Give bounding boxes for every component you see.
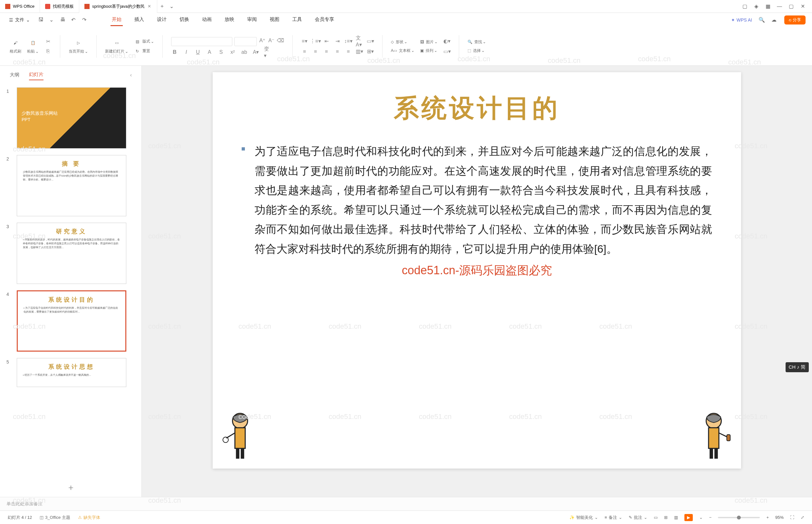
outline-icon[interactable]: ▭▾ — [443, 48, 450, 55]
normal-view-icon[interactable]: ▭ — [654, 515, 658, 520]
save-icon[interactable]: 🖫 — [38, 17, 45, 23]
slide-canvas[interactable]: 系统设计目的 为了适应电子信息时代和科技化时代的到来，并且应对今后可能越来越广泛… — [213, 72, 741, 469]
search-icon[interactable]: 🔍 — [759, 17, 765, 23]
thumbnail-list[interactable]: 1 少数民族音乐网站 PPT 2 摘 要 少数民族音乐网站的用途越来越广泛应用已… — [0, 84, 142, 478]
align-left-icon[interactable]: ≡ — [301, 48, 308, 55]
cloud-icon[interactable]: ☁ — [772, 17, 778, 23]
numbering-icon[interactable]: ⋮≡▾ — [312, 38, 319, 45]
clear-format-icon[interactable]: ⌫ — [277, 37, 284, 44]
decrease-indent-icon[interactable]: ⇤ — [323, 38, 330, 45]
bold-icon[interactable]: B — [171, 49, 178, 56]
beautify-button[interactable]: ✨ 智能美化 ⌄ — [569, 515, 598, 521]
tab-animation[interactable]: 动画 — [201, 14, 213, 26]
tab-transition[interactable]: 切换 — [178, 14, 190, 26]
tab-insert[interactable]: 插入 — [133, 14, 145, 26]
align-right-icon[interactable]: ≡ — [323, 48, 330, 55]
font-color-icon[interactable]: A▾ — [252, 49, 260, 56]
slide-body[interactable]: 为了适应电子信息时代和科技化时代的到来，并且应对今后可能越来越广泛的信息化的发展… — [238, 142, 715, 259]
theme-indicator[interactable]: ◫ 3_Office 主题 — [40, 515, 70, 521]
tab-design[interactable]: 设计 — [156, 14, 168, 26]
sorter-view-icon[interactable]: ⊞ — [664, 515, 668, 520]
app-icon[interactable]: ▢ — [742, 3, 748, 9]
layout-button[interactable]: ▤ 版式 ⌄ — [134, 38, 154, 45]
thumbnail-4[interactable]: 系统设计目的 • 为了适应电子信息时代和科技化时代的到来，并且应对今后可能越来越… — [17, 290, 126, 351]
share-button[interactable]: ⎋ 分享 — [784, 15, 806, 24]
thumbnail-3[interactable]: 研究意义 • 伴随着科技的进步，时代的发展，越来越多的电子设备也随之出现在人们的… — [17, 223, 126, 284]
save-dropdown-icon[interactable]: ⌄ — [49, 17, 56, 23]
shape-button[interactable]: ◇ 形状 ⌄ — [391, 39, 414, 45]
thumbnail-item[interactable]: 3 研究意义 • 伴随着科技的进步，时代的发展，越来越多的电子设备也随之出现在人… — [6, 223, 135, 284]
superscript-icon[interactable]: x² — [229, 49, 236, 56]
new-tab-button[interactable]: ＋ — [157, 3, 167, 10]
slide-title[interactable]: 系统设计目的 — [238, 92, 715, 125]
increase-font-icon[interactable]: A⁺ — [259, 37, 266, 44]
tab-daoke[interactable]: 找稻壳模板 — [40, 0, 79, 13]
zoom-out-button[interactable]: − — [709, 515, 712, 520]
select-button[interactable]: ⬚ 选择 ⌄ — [467, 48, 486, 53]
cut-icon[interactable]: ✂ — [45, 38, 52, 45]
file-menu[interactable]: ☰ 文件 ⌄ — [6, 16, 33, 24]
notes-toggle[interactable]: ≡ 备注 ⌄ — [604, 515, 622, 521]
tab-slideshow[interactable]: 放映 — [223, 14, 235, 26]
add-slide-button[interactable]: ＋ — [67, 482, 75, 493]
tab-start[interactable]: 开始 — [111, 14, 123, 26]
thumbnail-item[interactable]: 1 少数民族音乐网站 PPT — [6, 87, 135, 149]
find-button[interactable]: 🔍 查找 ⌄ — [467, 39, 486, 45]
reset-button[interactable]: ↻ 重置 — [134, 48, 154, 54]
slideshow-dropdown[interactable]: ⌄ — [699, 515, 703, 520]
format-brush-button[interactable]: 🖌 格式刷 — [10, 38, 21, 54]
slide-text[interactable]: 为了适应电子信息时代和科技化时代的到来，并且应对今后可能越来越广泛的信息化的发展… — [254, 142, 712, 259]
slide-position[interactable]: 幻灯片 4 / 12 — [8, 515, 32, 521]
ruler-icon[interactable]: ⊞▾ — [367, 48, 374, 55]
underline-icon[interactable]: U — [194, 49, 201, 56]
redo-icon[interactable]: ↷ — [82, 17, 88, 23]
tab-review[interactable]: 审阅 — [246, 14, 258, 26]
zoom-value[interactable]: 95% — [775, 515, 784, 520]
align-text-icon[interactable]: ▭▾ — [367, 38, 374, 45]
arrange-button[interactable]: ▣ 排列 ⌄ — [420, 48, 437, 53]
fill-icon[interactable]: ◐▾ — [443, 38, 450, 45]
maximize-icon[interactable]: ▢ — [788, 3, 794, 9]
increase-indent-icon[interactable]: ⇥ — [334, 38, 341, 45]
ime-indicator[interactable]: CH ♪ 简 — [785, 362, 809, 372]
fit-window-icon[interactable]: ⛶ — [790, 515, 794, 520]
close-icon[interactable]: ✕ — [147, 4, 152, 9]
slides-tab[interactable]: 幻灯片 — [29, 70, 44, 80]
change-case-icon[interactable]: 变▾ — [264, 49, 271, 56]
expand-icon[interactable]: ⤢ — [801, 515, 804, 520]
canvas-scroll[interactable]: 系统设计目的 为了适应电子信息时代和科技化时代的到来，并且应对今后可能越来越广泛… — [142, 66, 812, 497]
avatar-icon[interactable]: ▦ — [765, 3, 771, 9]
italic-icon[interactable]: I — [183, 49, 190, 56]
minimize-icon[interactable]: — — [777, 3, 782, 9]
outline-tab[interactable]: 大纲 — [10, 70, 19, 80]
notes-bar[interactable]: 单击此处添加备注 — [0, 497, 812, 510]
paste-button[interactable]: 📋 粘贴 ⌄ — [27, 38, 39, 54]
bullets-icon[interactable]: ≡▾ — [301, 38, 308, 45]
tab-wps-office[interactable]: WPS Office — [0, 0, 40, 13]
picture-button[interactable]: 🖼 图片 ⌄ — [420, 39, 437, 45]
tab-view[interactable]: 视图 — [268, 14, 281, 26]
thumbnail-5[interactable]: 系统设计思想 • 经历了一个系统开发，从个人感触来说并不是一帆风顺的... — [17, 358, 126, 387]
print-icon[interactable]: 🖶 — [60, 17, 67, 23]
thumbnail-item[interactable]: 2 摘 要 少数民族音乐网站的用途越来越广泛应用已经成为趋势。在国内市场中分类和… — [6, 155, 135, 216]
cube-icon[interactable]: ◈ — [753, 3, 759, 9]
strikethrough-icon[interactable]: A — [206, 49, 213, 56]
thumbnail-2[interactable]: 摘 要 少数民族音乐网站的用途越来越广泛应用已经成为趋势。在国内市场中分类和数据… — [17, 155, 126, 216]
undo-icon[interactable]: ↶ — [71, 17, 78, 23]
tab-tools[interactable]: 工具 — [291, 14, 303, 26]
tab-document[interactable]: springboot基于java的少数民 ✕ — [79, 0, 157, 13]
justify-icon[interactable]: ≡ — [334, 48, 341, 55]
decrease-font-icon[interactable]: A⁻ — [268, 37, 275, 44]
zoom-in-button[interactable]: + — [766, 515, 769, 520]
distribute-icon[interactable]: ≡ — [345, 48, 352, 55]
highlight-icon[interactable]: ab — [241, 49, 248, 56]
tab-menu-button[interactable]: ⌄ — [167, 3, 177, 9]
tab-member[interactable]: 会员专享 — [314, 14, 335, 26]
missing-font-warning[interactable]: ⚠ 缺失字体 — [78, 515, 100, 521]
align-center-icon[interactable]: ≡ — [312, 48, 319, 55]
font-family-select[interactable] — [171, 37, 232, 46]
columns-icon[interactable]: ▥▾ — [356, 48, 363, 55]
slideshow-button[interactable]: ▶ — [684, 514, 693, 521]
text-direction-icon[interactable]: 文A▾ — [356, 38, 363, 45]
collapse-icon[interactable]: ‹ — [130, 72, 132, 78]
